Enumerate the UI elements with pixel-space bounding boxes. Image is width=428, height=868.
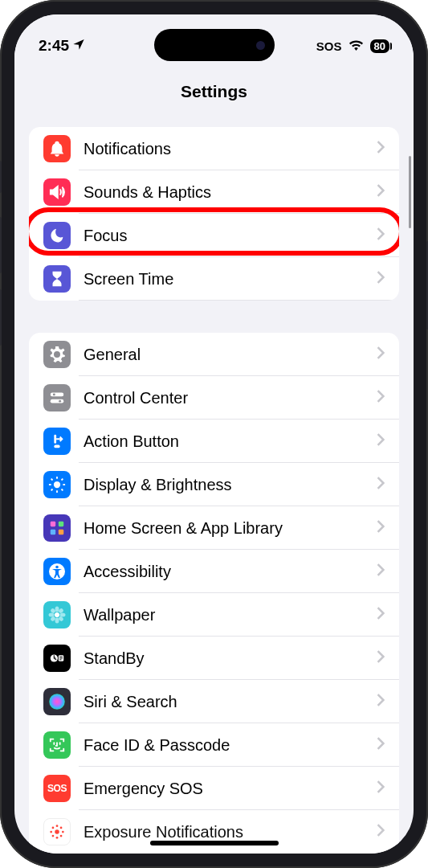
person-icon — [43, 558, 71, 585]
chevron-right-icon — [377, 390, 385, 406]
row-label: General — [84, 346, 377, 364]
chevron-right-icon — [377, 520, 385, 536]
settings-row-screen-time[interactable]: Screen Time — [29, 257, 399, 301]
settings-row-sounds-haptics[interactable]: Sounds & Haptics — [29, 170, 399, 214]
svg-line-12 — [51, 479, 53, 481]
svg-rect-18 — [51, 530, 55, 534]
svg-point-41 — [56, 837, 59, 839]
row-label: Accessibility — [84, 563, 377, 581]
sos-icon: SOS — [43, 775, 71, 802]
chevron-right-icon — [377, 184, 385, 200]
row-label: Action Button — [84, 432, 377, 451]
home-indicator[interactable] — [150, 841, 279, 845]
volume-down — [0, 289, 2, 346]
row-label: Exposure Notifications — [84, 823, 377, 841]
row-label: Emergency SOS — [84, 780, 377, 798]
svg-rect-3 — [51, 399, 64, 403]
settings-row-siri-search[interactable]: Siri & Search — [29, 680, 399, 723]
settings-row-exposure[interactable]: Exposure Notifications — [29, 810, 399, 854]
status-time: 2:45 — [39, 37, 69, 55]
svg-point-45 — [60, 827, 63, 829]
chevron-right-icon — [377, 694, 385, 710]
svg-point-4 — [59, 400, 61, 403]
row-label: Focus — [84, 227, 377, 245]
bell-icon — [43, 135, 71, 162]
row-label: Sounds & Haptics — [84, 183, 377, 202]
row-label: Notifications — [84, 140, 377, 158]
svg-line-15 — [62, 479, 63, 481]
svg-point-44 — [52, 827, 55, 829]
svg-point-43 — [62, 831, 64, 833]
svg-line-14 — [51, 489, 53, 491]
wifi-icon — [349, 39, 364, 53]
row-label: Display & Brightness — [84, 476, 377, 494]
svg-rect-19 — [59, 530, 63, 534]
chevron-right-icon — [377, 650, 385, 666]
chevron-right-icon — [377, 271, 385, 287]
svg-point-0 — [55, 352, 59, 357]
svg-point-7 — [54, 481, 60, 488]
chevron-right-icon — [377, 737, 385, 753]
settings-group-attention: Notifications Sounds & Haptics Foc — [29, 127, 399, 301]
settings-row-control-center[interactable]: Control Center — [29, 376, 399, 420]
svg-rect-16 — [51, 522, 55, 526]
svg-point-26 — [60, 613, 66, 617]
face-icon — [43, 731, 71, 759]
switches-icon — [43, 384, 71, 411]
settings-row-display-brightness[interactable]: Display & Brightness — [29, 463, 399, 506]
chevron-right-icon — [377, 433, 385, 449]
settings-row-focus[interactable]: Focus — [29, 214, 399, 257]
svg-point-36 — [49, 694, 65, 710]
row-label: StandBy — [84, 649, 377, 668]
settings-row-general[interactable]: General — [29, 333, 399, 376]
moon-icon — [43, 222, 71, 249]
settings-row-notifications[interactable]: Notifications — [29, 127, 399, 170]
svg-rect-1 — [51, 393, 64, 397]
svg-point-42 — [50, 831, 52, 833]
settings-content[interactable]: Notifications Sounds & Haptics Foc — [14, 127, 414, 854]
svg-rect-6 — [54, 445, 59, 448]
settings-row-standby[interactable]: StandBy — [29, 637, 399, 680]
scroll-indicator[interactable] — [409, 156, 411, 228]
svg-point-24 — [55, 618, 59, 624]
svg-rect-5 — [54, 435, 56, 444]
speaker-icon — [43, 178, 71, 206]
chevron-right-icon — [377, 563, 385, 579]
volume-up — [0, 217, 2, 273]
svg-point-21 — [55, 566, 59, 569]
settings-row-accessibility[interactable]: Accessibility — [29, 550, 399, 593]
gear-icon — [43, 341, 71, 368]
sos-indicator: SOS — [316, 39, 342, 53]
svg-point-47 — [60, 835, 63, 837]
svg-point-2 — [53, 393, 55, 395]
chevron-right-icon — [377, 607, 385, 623]
phone-frame: 2:45 SOS 80 Settings — [0, 0, 428, 868]
row-label: Siri & Search — [84, 693, 377, 711]
row-label: Wallpaper — [84, 606, 377, 624]
svg-rect-17 — [59, 522, 63, 526]
row-label: Control Center — [84, 389, 377, 407]
row-label: Screen Time — [84, 270, 377, 289]
page-title: Settings — [14, 68, 414, 113]
mute-switch — [0, 161, 2, 193]
dynamic-island — [154, 29, 275, 61]
siri-icon — [43, 688, 71, 715]
hourglass-icon — [43, 265, 71, 293]
settings-row-face-id[interactable]: Face ID & Passcode — [29, 723, 399, 767]
svg-point-25 — [49, 613, 55, 617]
chevron-right-icon — [377, 824, 385, 840]
chevron-right-icon — [377, 346, 385, 362]
svg-point-39 — [55, 829, 59, 834]
chevron-right-icon — [377, 227, 385, 244]
row-label: Home Screen & App Library — [84, 519, 377, 538]
chevron-right-icon — [377, 780, 385, 796]
location-icon — [72, 37, 85, 55]
standby-icon — [43, 645, 71, 672]
settings-row-wallpaper[interactable]: Wallpaper — [29, 593, 399, 637]
settings-group-system: General Control Center Action Butt — [29, 333, 399, 854]
settings-row-home-screen[interactable]: Home Screen & App Library — [29, 506, 399, 550]
svg-line-13 — [62, 489, 63, 491]
settings-row-emergency-sos[interactable]: SOS Emergency SOS — [29, 767, 399, 810]
settings-row-action-button[interactable]: Action Button — [29, 420, 399, 463]
grid-icon — [43, 514, 71, 542]
